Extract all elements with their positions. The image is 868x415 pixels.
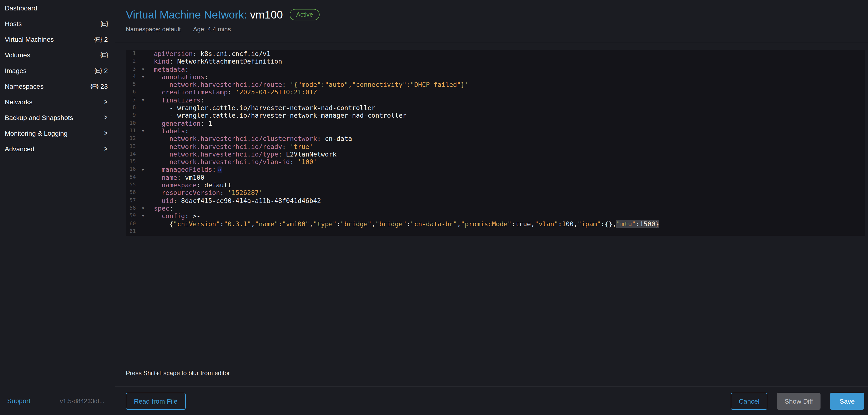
- version-label: v1.5-d84233df...: [60, 397, 104, 404]
- chevron-right-icon: >: [104, 113, 107, 122]
- line-number: 60: [126, 220, 136, 228]
- code-token: "0.3.1": [224, 220, 251, 228]
- save-button[interactable]: Save: [830, 392, 864, 410]
- code-text: config: >-: [154, 212, 200, 220]
- code-token: :: [212, 166, 216, 173]
- code-line-61: 61: [126, 228, 865, 236]
- fold-open-icon[interactable]: ▾: [136, 65, 154, 73]
- code-text: kind: NetworkAttachmentDefinition: [154, 58, 282, 65]
- code-token: name: [154, 174, 177, 181]
- sidebar-item-advanced[interactable]: Advanced>: [0, 141, 115, 157]
- code-token: ,: [309, 220, 313, 228]
- code-token: :: [228, 89, 231, 96]
- code-token: :: [200, 96, 204, 104]
- line-number: 54: [126, 174, 136, 181]
- sidebar-item-namespaces[interactable]: Namespaces{⊟}23: [0, 78, 115, 94]
- line-number: 14: [126, 150, 136, 158]
- sidebar-item-images[interactable]: Images{⊟}2: [0, 63, 115, 78]
- fold-open-icon[interactable]: ▾: [136, 204, 154, 212]
- code-line-6: 6 creationTimestamp: '2025-04-25T10:21:0…: [126, 89, 865, 96]
- main-spacer: [115, 377, 868, 386]
- resource-count-icon: {⊟}: [94, 36, 102, 43]
- code-text: managedFields:↔: [154, 166, 222, 174]
- fold-open-icon[interactable]: ▾: [136, 212, 154, 220]
- line-number: 13: [126, 142, 136, 150]
- sidebar-item-label: Volumes: [5, 51, 30, 59]
- code-line-7: 7▾ finalizers:: [126, 96, 865, 104]
- code-token: network.harvesterhci.io/vlan-id: [154, 158, 290, 166]
- support-link[interactable]: Support: [7, 397, 30, 405]
- chevron-right-icon: >: [104, 145, 107, 153]
- code-line-60: 60 {"cniVersion":"0.3.1","name":"vm100",…: [126, 220, 865, 228]
- line-number: 55: [126, 181, 136, 189]
- code-token: "promiscMode": [461, 220, 512, 228]
- code-lines: 1apiVersion: k8s.cni.cncf.io/v12kind: Ne…: [126, 50, 865, 235]
- code-text: name: vm100: [154, 174, 205, 181]
- code-line-16: 16▸ managedFields:↔: [126, 166, 865, 174]
- sidebar-item-backup-and-snapshots[interactable]: Backup and Snapshots>: [0, 110, 115, 125]
- sidebar-item-label: Backup and Snapshots: [5, 113, 73, 121]
- resource-count-icon: {⊟}: [90, 82, 98, 90]
- code-text: apiVersion: k8s.cni.cncf.io/v1: [154, 50, 271, 58]
- fold-open-icon[interactable]: ▾: [136, 73, 154, 81]
- code-token: :: [278, 220, 282, 228]
- fold-open-icon[interactable]: ▾: [136, 96, 154, 104]
- cancel-button[interactable]: Cancel: [731, 392, 768, 410]
- code-line-13: 13 network.harvesterhci.io/ready: 'true': [126, 142, 865, 150]
- code-token: namespace: [154, 181, 196, 189]
- read-from-file-button[interactable]: Read from File: [126, 392, 186, 410]
- fold-gutter: [136, 220, 154, 228]
- code-token: 8dacf415-ce90-414a-a11b-48f041d46b42: [177, 197, 321, 204]
- line-number: 16: [126, 166, 136, 174]
- fold-gutter: [136, 158, 154, 166]
- fold-gutter: [136, 142, 154, 150]
- code-token: :: [173, 197, 177, 204]
- fold-open-icon[interactable]: ▾: [136, 127, 154, 135]
- code-text: generation: 1: [154, 119, 212, 127]
- sidebar-item-virtual-machines[interactable]: Virtual Machines{⊟}2: [0, 31, 115, 47]
- sidebar-item-extras: >: [104, 98, 108, 105]
- age-label: Age: 4.4 mins: [193, 26, 231, 33]
- yaml-editor[interactable]: 1apiVersion: k8s.cni.cncf.io/v12kind: Ne…: [126, 50, 865, 236]
- code-token: - wrangler.cattle.io/harvester-network-n…: [154, 104, 375, 111]
- fold-gutter: [136, 81, 154, 89]
- code-text: - wrangler.cattle.io/harvester-network-n…: [154, 104, 375, 112]
- code-line-5: 5 network.harvesterhci.io/route: '{"mode…: [126, 81, 865, 89]
- line-number: 11: [126, 127, 136, 135]
- code-token: :: [290, 158, 294, 166]
- sidebar-item-label: Networks: [5, 98, 33, 106]
- resource-type-label: Virtual Machine Network:: [126, 8, 247, 21]
- line-number: 59: [126, 212, 136, 220]
- code-token: :: [220, 220, 224, 228]
- sidebar-item-extras: {⊟}23: [90, 82, 108, 90]
- code-token: "type": [313, 220, 336, 228]
- code-token: :: [278, 150, 282, 158]
- code-text: network.harvesterhci.io/clusternetwork: …: [154, 135, 352, 143]
- code-token: :: [185, 127, 189, 135]
- fold-gutter: [136, 181, 154, 189]
- code-line-56: 56 resourceVersion: '1526287': [126, 189, 865, 197]
- sidebar-item-extras: {⊟}2: [94, 67, 108, 74]
- code-token: ,: [457, 220, 461, 228]
- sidebar-item-volumes[interactable]: Volumes{⊟}: [0, 47, 115, 63]
- sidebar-item-hosts[interactable]: Hosts{⊟}: [0, 16, 115, 31]
- fold-closed-icon[interactable]: ▸: [136, 166, 154, 174]
- sidebar-item-networks[interactable]: Networks>: [0, 94, 115, 110]
- show-diff-button[interactable]: Show Diff: [777, 392, 820, 410]
- namespace-label: Namespace: default: [126, 26, 181, 33]
- fold-placeholder-icon[interactable]: ↔: [217, 167, 222, 173]
- code-token: cn-data: [321, 135, 352, 142]
- code-token: spec: [154, 204, 169, 212]
- sidebar-item-monitoring-and-logging[interactable]: Monitoring & Logging>: [0, 125, 115, 141]
- sidebar-item-dashboard[interactable]: Dashboard: [0, 0, 115, 16]
- sidebar-item-label: Namespaces: [5, 82, 43, 90]
- line-number: 6: [126, 89, 136, 96]
- code-token: apiVersion: [154, 50, 193, 58]
- code-text: creationTimestamp: '2025-04-25T10:21:01Z…: [154, 89, 321, 96]
- code-token: :: [282, 142, 286, 150]
- code-line-12: 12 network.harvesterhci.io/clusternetwor…: [126, 135, 865, 143]
- code-line-10: 10 generation: 1: [126, 119, 865, 127]
- code-line-15: 15 network.harvesterhci.io/vlan-id: '100…: [126, 158, 865, 166]
- code-token: uid: [154, 197, 173, 204]
- code-text: metadata:: [154, 65, 189, 73]
